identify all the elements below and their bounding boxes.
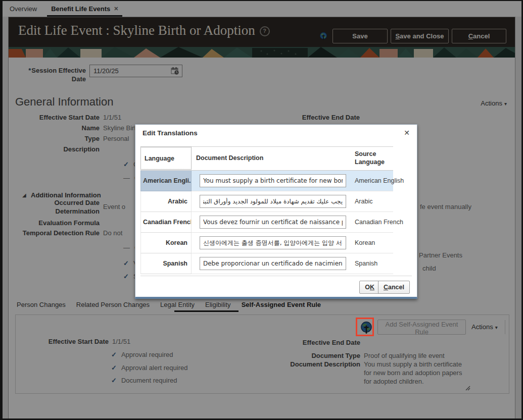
- application-window: Overview Benefit Life Events ✕ Edit Life…: [0, 0, 523, 420]
- column-header-document-description[interactable]: Document Description: [196, 154, 263, 162]
- language-cell: Spanish: [140, 253, 192, 274]
- table-row[interactable]: Arabic Arabic: [140, 191, 393, 212]
- translations-table: Language Document Description Source Lan…: [140, 146, 393, 274]
- source-language-value: American English: [355, 177, 404, 184]
- source-language-value: Arabic: [355, 198, 372, 205]
- table-row[interactable]: Korean Korean: [140, 233, 393, 253]
- description-input-canadian-french[interactable]: [200, 216, 346, 229]
- dialog-footer-divider: [140, 276, 412, 276]
- table-row[interactable]: Spanish Spanish: [140, 253, 393, 274]
- column-header-source-language[interactable]: Source Language: [355, 150, 385, 166]
- table-row[interactable]: American Engli... American English: [140, 171, 393, 191]
- language-cell: Canadian French: [140, 212, 192, 233]
- source-language-value: Korean: [355, 239, 375, 246]
- dialog-title: Edit Translations: [142, 129, 198, 137]
- language-cell: American Engli...: [140, 171, 192, 191]
- dialog-cancel-button[interactable]: Cancel: [378, 281, 410, 294]
- ok-button[interactable]: OK: [359, 281, 380, 294]
- language-cell: Korean: [140, 233, 192, 253]
- edit-translations-dialog: Edit Translations ✕ Language Document De…: [135, 124, 417, 299]
- source-language-value: Canadian French: [355, 219, 403, 226]
- table-row[interactable]: Canadian French Canadian French: [140, 212, 393, 233]
- language-cell: Arabic: [140, 191, 192, 212]
- source-language-value: Spanish: [355, 260, 377, 267]
- description-input-american-english[interactable]: [200, 174, 346, 187]
- annotation-highlight-box: [356, 318, 374, 336]
- dialog-close-icon[interactable]: ✕: [404, 129, 410, 137]
- table-header-row: Language Document Description Source Lan…: [140, 147, 393, 171]
- column-header-language[interactable]: Language: [140, 147, 192, 170]
- description-input-spanish[interactable]: [200, 257, 346, 270]
- description-input-korean[interactable]: [200, 236, 346, 249]
- description-input-arabic[interactable]: [200, 195, 346, 208]
